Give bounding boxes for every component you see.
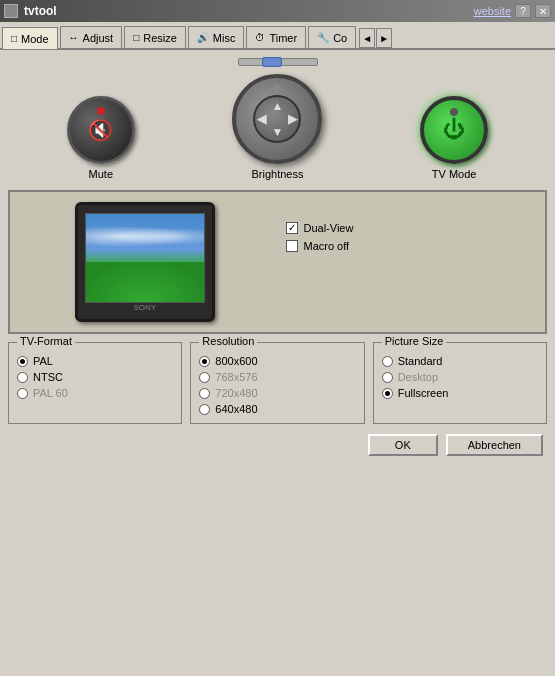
tv-format-pal60-row: PAL 60 <box>17 387 173 399</box>
arrow-right-icon: ▶ <box>288 112 297 126</box>
tv-format-ntsc-radio[interactable] <box>17 372 28 383</box>
tab-resize-label: Resize <box>143 32 177 44</box>
dual-view-checkbox[interactable] <box>286 222 298 234</box>
tab-adjust[interactable]: ↔ Adjust <box>60 26 123 48</box>
tv-format-pal-label: PAL <box>33 355 53 367</box>
brightness-arrows: ▲ ▼ ◀ ▶ <box>253 95 301 143</box>
tvmode-control: ⏻ TV Mode <box>420 96 488 180</box>
resolution-list: 800x600 768x576 720x480 640x480 <box>199 355 355 415</box>
tv-format-ntsc-row: NTSC <box>17 371 173 383</box>
resolution-800-row: 800x600 <box>199 355 355 367</box>
app-title: tvtool <box>24 4 57 18</box>
tab-mode[interactable]: □ Mode <box>2 27 58 49</box>
slider-thumb[interactable] <box>262 57 282 67</box>
tv-format-pal-row: PAL <box>17 355 173 367</box>
mute-icon: 🔇 <box>88 118 113 142</box>
tv-screen-clouds <box>86 224 204 249</box>
mode-tab-icon: □ <box>11 33 17 44</box>
dual-view-label: Dual-View <box>304 222 354 234</box>
options-row: TV-Format PAL NTSC PAL 60 Resolution <box>8 342 547 424</box>
ok-button[interactable]: OK <box>368 434 438 456</box>
cancel-button[interactable]: Abbrechen <box>446 434 543 456</box>
resolution-640-row: 640x480 <box>199 403 355 415</box>
mute-dot <box>97 107 105 115</box>
tv-format-ntsc-label: NTSC <box>33 371 63 383</box>
mute-knob[interactable]: 🔇 <box>67 96 135 164</box>
picture-size-title: Picture Size <box>382 335 447 347</box>
resolution-720-radio[interactable] <box>199 388 210 399</box>
tab-co[interactable]: 🔧 Co <box>308 26 356 48</box>
adjust-tab-icon: ↔ <box>69 32 79 43</box>
tvmode-label: TV Mode <box>432 168 477 180</box>
macro-off-checkbox[interactable] <box>286 240 298 252</box>
tab-adjust-label: Adjust <box>83 32 114 44</box>
tvmode-dot <box>450 108 458 116</box>
picture-size-list: Standard Desktop Fullscreen <box>382 355 538 399</box>
picture-size-desktop-radio[interactable] <box>382 372 393 383</box>
tab-resize[interactable]: □ Resize <box>124 26 186 48</box>
tabs-bar: □ Mode ↔ Adjust □ Resize 🔊 Misc ⏱ Timer … <box>0 22 555 50</box>
mute-label: Mute <box>89 168 113 180</box>
resolution-640-label: 640x480 <box>215 403 257 415</box>
resolution-640-radio[interactable] <box>199 404 210 415</box>
tab-misc-label: Misc <box>213 32 236 44</box>
resolution-768-radio[interactable] <box>199 372 210 383</box>
preview-section: SONY Dual-View Macro off <box>8 190 547 334</box>
slider-bar-container <box>8 58 547 66</box>
brightness-label: Brightness <box>251 168 303 180</box>
tv-format-pal-radio[interactable] <box>17 356 28 367</box>
main-content: 🔇 Mute ▲ ▼ ◀ ▶ Brightness ⏻ TV <box>0 50 555 676</box>
brightness-knob[interactable]: ▲ ▼ ◀ ▶ <box>232 74 322 164</box>
resolution-title: Resolution <box>199 335 257 347</box>
resize-tab-icon: □ <box>133 32 139 43</box>
misc-tab-icon: 🔊 <box>197 32 209 43</box>
picture-size-desktop-row: Desktop <box>382 371 538 383</box>
tv-brand: SONY <box>78 303 212 312</box>
arrow-left-icon: ◀ <box>257 112 266 126</box>
arrow-up-icon: ▲ <box>272 99 284 113</box>
timer-tab-icon: ⏱ <box>255 32 265 43</box>
resolution-720-label: 720x480 <box>215 387 257 399</box>
dual-view-row: Dual-View <box>286 222 536 234</box>
resolution-768-label: 768x576 <box>215 371 257 383</box>
co-tab-icon: 🔧 <box>317 32 329 43</box>
picture-size-fullscreen-radio[interactable] <box>382 388 393 399</box>
resolution-720-row: 720x480 <box>199 387 355 399</box>
tv-format-group: TV-Format PAL NTSC PAL 60 <box>8 342 182 424</box>
resolution-group: Resolution 800x600 768x576 720x480 640x4… <box>190 342 364 424</box>
brightness-dot <box>273 84 281 92</box>
tab-timer-label: Timer <box>269 32 297 44</box>
tab-mode-label: Mode <box>21 33 49 45</box>
slider-bar[interactable] <box>238 58 318 66</box>
tab-misc[interactable]: 🔊 Misc <box>188 26 245 48</box>
mute-control: 🔇 Mute <box>67 96 135 180</box>
resolution-800-label: 800x600 <box>215 355 257 367</box>
picture-size-fullscreen-row: Fullscreen <box>382 387 538 399</box>
tab-timer[interactable]: ⏱ Timer <box>246 26 306 48</box>
tv-format-pal60-label: PAL 60 <box>33 387 68 399</box>
macro-off-row: Macro off <box>286 240 536 252</box>
tab-prev-button[interactable]: ◄ <box>359 28 375 48</box>
close-button[interactable]: ✕ <box>535 4 551 18</box>
arrow-down-icon: ▼ <box>272 125 284 139</box>
dialog-buttons: OK Abbrechen <box>8 434 547 456</box>
picture-size-desktop-label: Desktop <box>398 371 438 383</box>
tab-co-label: Co <box>333 32 347 44</box>
picture-size-group: Picture Size Standard Desktop Fullscreen <box>373 342 547 424</box>
tv-monitor: SONY <box>75 202 215 322</box>
resolution-800-radio[interactable] <box>199 356 210 367</box>
help-button[interactable]: ? <box>515 4 531 18</box>
brightness-control: ▲ ▼ ◀ ▶ Brightness <box>232 74 322 180</box>
tvmode-knob[interactable]: ⏻ <box>420 96 488 164</box>
tv-format-title: TV-Format <box>17 335 75 347</box>
picture-size-standard-label: Standard <box>398 355 443 367</box>
picture-size-standard-radio[interactable] <box>382 356 393 367</box>
controls-section: 🔇 Mute ▲ ▼ ◀ ▶ Brightness ⏻ TV <box>8 68 547 184</box>
app-icon <box>4 4 18 18</box>
website-link[interactable]: website <box>474 5 511 17</box>
picture-size-fullscreen-label: Fullscreen <box>398 387 449 399</box>
tv-screen <box>85 213 205 303</box>
macro-off-label: Macro off <box>304 240 350 252</box>
tab-next-button[interactable]: ► <box>376 28 392 48</box>
tv-format-pal60-radio[interactable] <box>17 388 28 399</box>
